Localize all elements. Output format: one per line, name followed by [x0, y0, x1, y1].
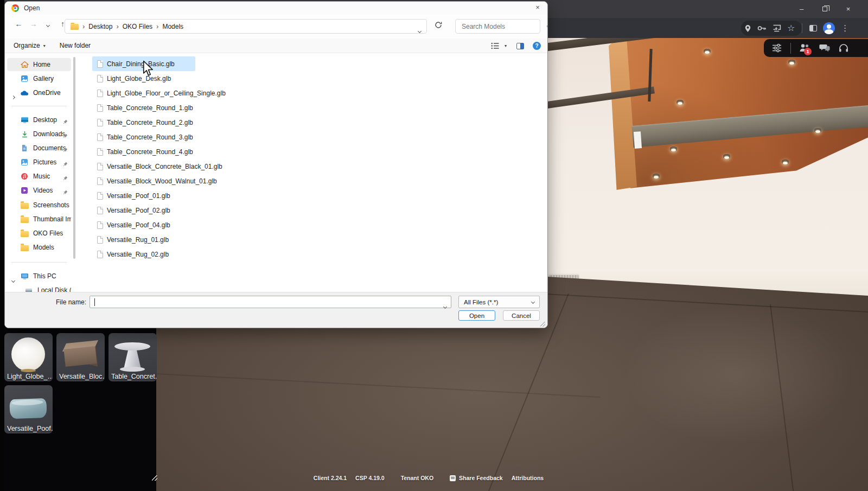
- headphones-icon[interactable]: [839, 43, 848, 53]
- onedrive-icon: [20, 90, 29, 96]
- sidebar-item-documents[interactable]: Documents: [7, 142, 71, 155]
- file-row[interactable]: Table_Concrete_Round_4.glb: [92, 144, 199, 159]
- sidebar-item-oko-files[interactable]: OKO Files: [7, 227, 71, 240]
- browser-menu-icon[interactable]: ⋮: [841, 23, 849, 33]
- sidebar-item-desktop[interactable]: Desktop: [7, 113, 71, 126]
- window-close-button[interactable]: ×: [837, 5, 860, 13]
- breadcrumb-desktop[interactable]: Desktop: [88, 23, 112, 30]
- open-button[interactable]: Open: [458, 310, 495, 321]
- new-folder-button[interactable]: New folder: [60, 42, 91, 49]
- asset-tile[interactable]: Table_Concret…: [108, 333, 157, 381]
- asset-tile[interactable]: Versatile_Poof…: [4, 385, 53, 433]
- window-restore-button[interactable]: [813, 5, 837, 13]
- folder-icon: [20, 230, 29, 237]
- poof-thumbnail: [9, 398, 47, 419]
- sidebar-item-onedrive[interactable]: OneDrive: [7, 86, 71, 99]
- key-icon[interactable]: [757, 25, 767, 31]
- breadcrumb[interactable]: › Desktop › OKO Files › Models: [65, 19, 427, 34]
- file-row[interactable]: Versatile_Rug_02.glb: [92, 247, 174, 262]
- bookmark-star-icon[interactable]: ☆: [787, 24, 795, 33]
- recessed-light: [814, 128, 822, 135]
- settings-sliders-icon[interactable]: [771, 43, 782, 53]
- file-row[interactable]: Table_Concrete_Round_3.glb: [92, 130, 199, 144]
- file-row[interactable]: Versatile_Poof_02.glb: [92, 203, 176, 218]
- organize-button[interactable]: Organize ▾: [14, 42, 46, 49]
- details-view-icon[interactable]: [491, 42, 499, 49]
- sidebar-item-screenshots[interactable]: Screenshots: [7, 199, 71, 212]
- panel-resize-grip[interactable]: [152, 475, 157, 481]
- folder-icon: [20, 216, 29, 223]
- documents-icon: [20, 144, 29, 152]
- profile-avatar[interactable]: [823, 22, 835, 34]
- search-input[interactable]: [461, 22, 547, 31]
- cancel-button[interactable]: Cancel: [503, 310, 540, 321]
- recent-locations-chevron[interactable]: [41, 20, 55, 28]
- mouse-cursor: [142, 60, 154, 76]
- sidebar-item-videos[interactable]: Videos: [7, 184, 71, 197]
- file-row[interactable]: Light_Globe_Desk.glb: [92, 71, 176, 86]
- folder-icon: [71, 24, 79, 30]
- sidebar-item-thumbnail-images[interactable]: Thumbnail Imag: [7, 213, 71, 226]
- text-caret: [94, 298, 95, 306]
- dialog-body: Home Gallery OneDrive Desktop Downloads: [5, 54, 547, 292]
- file-row[interactable]: Versatile_Block_Wood_Walnut_01.glb: [92, 174, 222, 188]
- chevron-down-icon[interactable]: [12, 275, 15, 284]
- file-row[interactable]: Light_Globe_Floor_or_Ceiling_Single.glb: [92, 86, 231, 100]
- dialog-resize-grip[interactable]: [540, 322, 545, 327]
- sidebar-item-music[interactable]: Music: [7, 170, 71, 183]
- file-row[interactable]: Table_Concrete_Round_1.glb: [92, 100, 199, 115]
- people-icon[interactable]: 1: [799, 43, 811, 53]
- view-caret-icon[interactable]: ▾: [505, 43, 507, 48]
- chat-icon[interactable]: [819, 43, 831, 53]
- file-type-select[interactable]: All Files (*.*): [458, 296, 540, 308]
- sidebar-item-this-pc[interactable]: This PC: [7, 270, 71, 283]
- address-dropdown-chevron[interactable]: [418, 25, 421, 35]
- file-icon: [97, 90, 103, 97]
- chevron-right-icon[interactable]: [12, 91, 15, 101]
- file-row[interactable]: Versatile_Poof_04.glb: [92, 218, 176, 232]
- caret-down-icon: ▾: [43, 43, 46, 48]
- back-button[interactable]: ←: [11, 20, 26, 28]
- sidebar-item-local-disk-c[interactable]: Local Disk (C:): [7, 284, 71, 292]
- dialog-title: Open: [24, 4, 40, 12]
- chevron-down-icon[interactable]: [444, 301, 446, 310]
- help-icon[interactable]: ?: [533, 42, 541, 50]
- recessed-light: [723, 154, 731, 161]
- local-disk-icon: [24, 288, 33, 292]
- side-panel-icon[interactable]: [809, 25, 817, 31]
- file-icon: [97, 221, 103, 229]
- preview-pane-icon[interactable]: [516, 43, 524, 49]
- location-icon[interactable]: [744, 24, 751, 33]
- breadcrumb-oko-files[interactable]: OKO Files: [123, 23, 152, 30]
- install-icon[interactable]: [773, 24, 781, 32]
- search-icon: [547, 24, 548, 28]
- attributions-link[interactable]: Attributions: [512, 475, 544, 481]
- asset-tile[interactable]: Light_Globe_…: [4, 333, 53, 381]
- file-row[interactable]: Table_Concrete_Round_2.glb: [92, 115, 199, 130]
- forward-button[interactable]: →: [26, 20, 41, 28]
- dialog-toolbar: Organize ▾ New folder ▾ ?: [5, 39, 547, 53]
- tenant-label: Tenant OKO: [401, 475, 433, 481]
- sidebar-item-gallery[interactable]: Gallery: [7, 72, 71, 85]
- file-row[interactable]: Versatile_Poof_01.glb: [92, 188, 176, 203]
- recessed-light: [652, 174, 660, 180]
- screen: – × ☆ ⋮ 1 Client 2.24.1 CSP: [0, 0, 868, 491]
- file-name-field[interactable]: [90, 296, 451, 308]
- file-row[interactable]: Versatile_Block_Concrete_Black_01.glb: [92, 159, 228, 174]
- asset-panel: Light_Globe_… Versatile_Bloc… Table_Conc…: [0, 326, 156, 491]
- open-file-dialog: Open × ← → ↑ › Desktop › OKO Files › Mod…: [4, 1, 548, 328]
- sidebar-item-pictures[interactable]: Pictures: [7, 156, 71, 169]
- sidebar-item-downloads[interactable]: Downloads: [7, 127, 71, 141]
- pin-icon: [62, 188, 68, 197]
- asset-tile[interactable]: Versatile_Bloc…: [56, 333, 105, 381]
- sidebar-item-models[interactable]: Models: [7, 241, 71, 254]
- sidebar-item-home[interactable]: Home: [7, 58, 71, 71]
- share-feedback-link[interactable]: Share Feedback: [459, 475, 503, 481]
- dialog-close-button[interactable]: ×: [533, 3, 542, 11]
- file-row[interactable]: Versatile_Rug_01.glb: [92, 232, 174, 247]
- sidebar-scrollbar[interactable]: [73, 57, 75, 259]
- window-minimize-button[interactable]: –: [790, 5, 813, 13]
- globe-lamp-thumbnail: [11, 337, 45, 371]
- breadcrumb-models[interactable]: Models: [162, 23, 183, 30]
- refresh-icon[interactable]: [435, 21, 442, 29]
